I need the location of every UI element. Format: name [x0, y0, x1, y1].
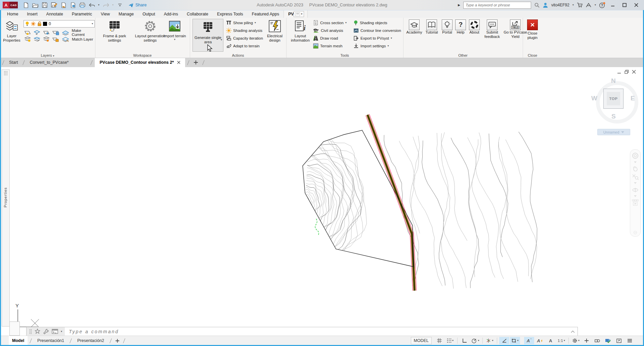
share-button[interactable]: Share [128, 3, 146, 8]
match-layer-icon[interactable] [62, 37, 69, 42]
tab-annotate[interactable]: Annotate [42, 10, 68, 18]
navigation-bar[interactable] [630, 149, 641, 237]
import-terrain-button[interactable]: Import terrain ▾ [161, 19, 188, 41]
tab-output[interactable]: Output [138, 10, 160, 18]
open-file-button[interactable] [32, 2, 38, 8]
search-input[interactable] [463, 2, 531, 9]
autodesk-apps-icon[interactable] [586, 3, 592, 8]
layer-select-dropdown[interactable]: ▾ [92, 22, 93, 25]
tab-manage[interactable]: Manage [114, 10, 138, 18]
export-dropdown[interactable]: ▾ [391, 37, 392, 40]
drawing-canvas[interactable]: Y Properties N W E S TOP Unnamed [0, 67, 644, 336]
layer-select[interactable]: 0 ▾ [24, 20, 95, 28]
username[interactable]: vito4EF92 [551, 3, 569, 7]
print-button[interactable] [79, 2, 85, 8]
zoom-caret[interactable] [634, 182, 637, 184]
shading-objects-button[interactable]: Shading objects [353, 20, 387, 26]
ribbon-display-toggle[interactable]: ▾ [294, 11, 304, 17]
layout-tab-presentacion2[interactable]: Presentación2 [74, 336, 108, 345]
viewcube-south[interactable]: S [611, 113, 616, 120]
terrain-mesh-button[interactable]: Terrain mesh [313, 43, 342, 49]
command-options-caret[interactable]: ▾ [61, 330, 62, 333]
layout-tab-presentacion1[interactable]: Presentación1 [34, 336, 68, 345]
cross-section-button[interactable]: Cross section▾ [313, 20, 347, 26]
clean-screen-button[interactable] [614, 337, 624, 344]
command-expand-caret[interactable] [571, 330, 575, 333]
layer-freeze-icon[interactable] [43, 30, 50, 35]
workspace-switching-gear[interactable]: ▾ [571, 337, 581, 344]
palette-grip[interactable] [4, 71, 8, 76]
change-layer-icon[interactable] [34, 37, 40, 42]
import-settings-button[interactable]: Import settings▾ [353, 43, 389, 49]
layer-lock-icon[interactable] [52, 30, 59, 35]
file-tab-start[interactable]: Start [6, 58, 20, 67]
layer-walk-icon[interactable] [43, 37, 50, 42]
civil-analysis-button[interactable]: Civil analysis [313, 28, 343, 33]
annotation-monitor-plus[interactable] [582, 337, 592, 344]
zoom-icon[interactable] [632, 174, 639, 180]
about-button[interactable]: About [468, 19, 481, 35]
portal-button[interactable]: Portal [441, 19, 454, 35]
export-to-pvsyst-button[interactable]: Export to PVsyst▾ [353, 35, 392, 41]
lock-fade-icon[interactable] [52, 37, 59, 42]
recent-commands-icon[interactable] [35, 329, 40, 334]
submit-feedback-button[interactable]: Submit feedback [482, 19, 502, 39]
tab-view[interactable]: View [96, 10, 114, 18]
tab-express-tools[interactable]: Express Tools [213, 10, 248, 18]
panel-caption-layers[interactable]: Layers ▾ [0, 53, 95, 57]
navwheel-caret[interactable] [634, 161, 637, 163]
properties-palette-tab[interactable]: Properties [2, 69, 10, 327]
object-snap-toggle[interactable]: ▾ [510, 337, 520, 344]
user-icon[interactable] [543, 2, 548, 8]
new-file-button[interactable] [23, 2, 29, 8]
make-current-label[interactable]: Make Current [72, 29, 95, 37]
doc-restore-icon[interactable] [625, 70, 629, 74]
autocad-logo[interactable]: ACAD [3, 2, 18, 8]
shading-analysis-button[interactable]: Shading analysis [226, 28, 262, 33]
minimize-button[interactable] [608, 2, 617, 8]
tab-home[interactable]: Home [3, 10, 23, 18]
tutorial-button[interactable]: Tutorial [424, 19, 439, 35]
close-plugin-button[interactable]: ✕ Close plugin [524, 19, 541, 40]
search-collapse-arrow[interactable]: ▶ [458, 3, 460, 7]
navwheel-icon[interactable] [632, 152, 639, 159]
isodraft-toggle[interactable]: ▾ [485, 337, 495, 344]
ribbon-help-button[interactable]: ? Help [455, 19, 466, 35]
draw-road-button[interactable]: Draw road [313, 35, 338, 41]
tab-parametric[interactable]: Parametric [68, 10, 96, 18]
annotation-visibility-toggle[interactable]: A° [524, 337, 534, 344]
undo-button[interactable] [89, 2, 95, 8]
viewcube-east[interactable]: E [631, 95, 635, 102]
maximize-button[interactable] [620, 2, 629, 8]
doc-minimize-icon[interactable] [617, 70, 621, 74]
import-terrain-dropdown[interactable]: ▾ [174, 38, 175, 41]
annotation-autoscale-toggle[interactable]: A [535, 337, 545, 344]
file-tab-convert[interactable]: Convert_to_PVcase* [27, 58, 71, 67]
capacity-iteration-button[interactable]: Capacity iteration [226, 35, 263, 41]
isolate-objects-button[interactable] [592, 337, 602, 344]
save-button[interactable] [42, 2, 48, 8]
qat-customize-button[interactable] [117, 2, 123, 8]
showmotion-icon[interactable] [632, 199, 639, 206]
navbar-minimize-icon[interactable] [634, 231, 637, 234]
academy-button[interactable]: Academy [406, 19, 423, 35]
close-button[interactable] [632, 2, 641, 8]
viewcube-view-menu[interactable]: Unnamed [597, 129, 630, 135]
file-tab-active[interactable]: PVcase DEMO_Contour elevations 2* [95, 58, 185, 67]
viewcube[interactable]: N W E S TOP Unnamed [593, 79, 637, 136]
tab-add-ins[interactable]: Add-ins [160, 10, 182, 18]
tab-collaborate[interactable]: Collaborate [182, 10, 213, 18]
command-bar-grip[interactable] [29, 329, 32, 334]
electrical-design-button[interactable]: Electrical design [265, 19, 285, 43]
tab-insert[interactable]: Insert [23, 10, 42, 18]
cart-icon[interactable] [577, 2, 583, 8]
orbit-caret[interactable] [634, 195, 637, 197]
annotation-scale-value[interactable]: 1:1▾ [556, 337, 566, 344]
viewcube-top-face[interactable]: TOP [603, 89, 624, 109]
layout-tab-model[interactable]: Model [9, 336, 28, 345]
help-button[interactable]: ? [599, 2, 605, 8]
model-space-button[interactable]: MODEL [411, 337, 432, 344]
tab-featured-apps[interactable]: Featured Apps [248, 10, 284, 18]
new-layout-button[interactable] [114, 339, 121, 343]
show-piling-button[interactable]: Show piling▾ [226, 20, 256, 26]
